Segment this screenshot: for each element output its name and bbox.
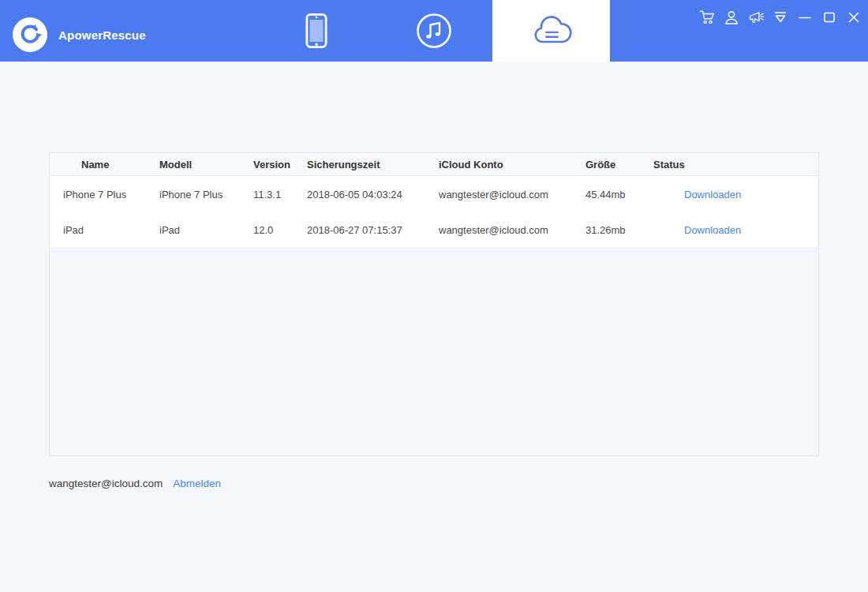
minimize-button[interactable] bbox=[797, 9, 813, 25]
cell-sicherungszeit: 2018-06-05 04:03:24 bbox=[307, 188, 402, 200]
cell-groesse: 45.44mb bbox=[586, 188, 626, 200]
tab-device-recovery[interactable] bbox=[257, 0, 375, 62]
cell-modell: iPad bbox=[159, 223, 180, 235]
table-row: iPad iPad 12.0 2018-06-27 07:15:37 wangt… bbox=[50, 212, 818, 247]
close-button[interactable] bbox=[846, 9, 862, 25]
app-window: ApowerRescue bbox=[0, 0, 868, 592]
app-title: ApowerRescue bbox=[58, 28, 146, 42]
cell-name: iPhone 7 Plus bbox=[63, 188, 126, 200]
column-header-sicherungszeit: Sicherungszeit bbox=[307, 159, 380, 170]
column-header-version: Version bbox=[253, 159, 290, 170]
cell-icloud-konto: wangtester@icloud.com bbox=[439, 188, 548, 200]
user-icon[interactable] bbox=[724, 9, 739, 25]
cart-icon[interactable] bbox=[699, 9, 715, 25]
dropdown-icon[interactable] bbox=[773, 9, 788, 25]
megaphone-icon[interactable] bbox=[748, 9, 764, 25]
column-header-name: Name bbox=[81, 159, 109, 170]
table-header-row: Name Modell Version Sicherungszeit iClou… bbox=[50, 153, 818, 176]
main-tabs bbox=[257, 0, 610, 62]
main-content: Abrufen von iCloud Backup Informationen.… bbox=[0, 62, 868, 592]
account-bar: wangtester@icloud.com Abmelden bbox=[49, 478, 221, 489]
app-logo bbox=[13, 17, 47, 52]
column-header-modell: Modell bbox=[159, 159, 192, 170]
smartphone-icon bbox=[305, 13, 327, 49]
logout-link[interactable]: Abmelden bbox=[173, 478, 221, 489]
icloud-icon bbox=[529, 14, 574, 47]
cell-icloud-konto: wangtester@icloud.com bbox=[439, 223, 548, 235]
cell-name: iPad bbox=[63, 223, 84, 235]
tab-icloud-backup[interactable] bbox=[492, 0, 610, 62]
cell-sicherungszeit: 2018-06-27 07:15:37 bbox=[307, 223, 402, 235]
titlebar-actions bbox=[699, 8, 862, 27]
download-link[interactable]: Downloaden bbox=[684, 223, 741, 235]
cell-version: 11.3.1 bbox=[253, 188, 281, 200]
tab-itunes-backup[interactable] bbox=[375, 0, 492, 62]
cell-groesse: 31.26mb bbox=[586, 223, 626, 235]
download-link[interactable]: Downloaden bbox=[684, 188, 741, 200]
itunes-music-icon bbox=[416, 13, 452, 49]
column-header-groesse: Größe bbox=[586, 159, 615, 170]
column-header-status: Status bbox=[653, 159, 685, 170]
titlebar: ApowerRescue bbox=[0, 0, 868, 62]
cell-modell: iPhone 7 Plus bbox=[159, 188, 223, 200]
table-row: iPhone 7 Plus iPhone 7 Plus 11.3.1 2018-… bbox=[50, 176, 818, 212]
column-header-icloud-konto: iCloud Konto bbox=[439, 159, 503, 170]
cell-version: 12.0 bbox=[253, 223, 273, 235]
account-email: wangtester@icloud.com bbox=[49, 478, 163, 489]
dolphin-swirl-icon bbox=[17, 21, 43, 48]
maximize-button[interactable] bbox=[821, 9, 837, 25]
backup-table: Name Modell Version Sicherungszeit iClou… bbox=[49, 152, 819, 456]
